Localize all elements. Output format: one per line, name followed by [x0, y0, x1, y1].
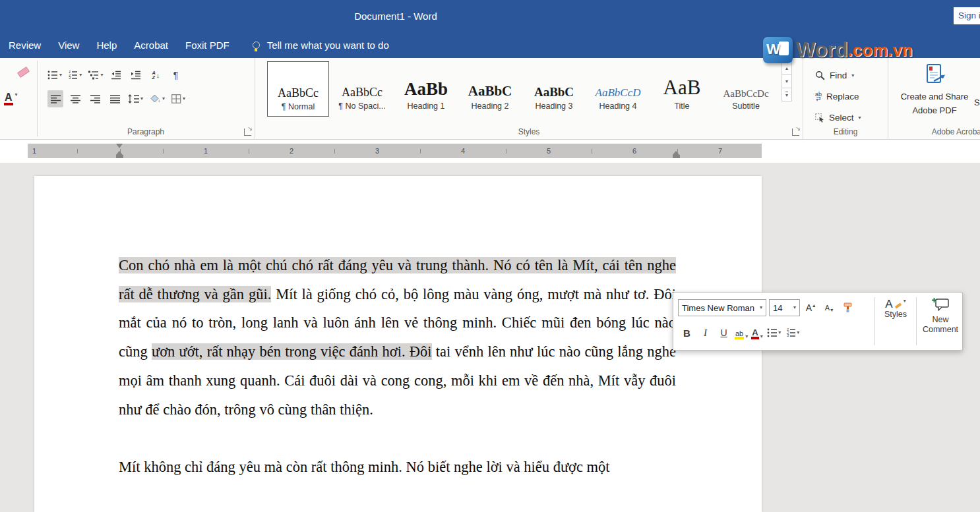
- borders-button[interactable]: ▾: [170, 90, 187, 107]
- chevron-down-icon[interactable]: ▾: [851, 73, 854, 78]
- gallery-more-button[interactable]: ▾: [781, 88, 792, 101]
- tell-me-box[interactable]: Tell me what you want to do: [253, 40, 389, 51]
- ruler-number: 6: [630, 146, 638, 156]
- watermark-domain-text: .com.vn: [848, 40, 913, 61]
- increase-indent-button[interactable]: [128, 67, 144, 84]
- align-left-button[interactable]: [47, 90, 63, 107]
- tab-review[interactable]: Review: [0, 33, 49, 57]
- align-right-button[interactable]: [87, 90, 103, 107]
- chevron-down-icon[interactable]: ▾: [79, 72, 82, 78]
- pilcrow-icon: ¶: [173, 70, 179, 80]
- style-normal[interactable]: AaBbCc ¶ Normal: [267, 61, 329, 117]
- font-size-dropdown[interactable]: 14 ▾: [769, 299, 800, 316]
- styles-button[interactable]: A ▾ Styles: [877, 293, 914, 350]
- tab-help[interactable]: Help: [88, 33, 125, 57]
- show-hide-paragraph-button[interactable]: ¶: [168, 67, 183, 84]
- chevron-down-icon[interactable]: ▾: [859, 115, 861, 121]
- editing-group: Find ▾ ab⇄ Replace Select ▾ Editing: [803, 58, 888, 139]
- select-button[interactable]: Select ▾: [803, 109, 888, 127]
- chevron-down-icon[interactable]: ▾: [745, 334, 748, 339]
- numbering-icon: 123: [69, 71, 78, 80]
- numbering-button[interactable]: 123 ▾: [785, 324, 801, 341]
- multilevel-list-icon: [88, 71, 99, 80]
- font-color-button[interactable]: A ▾: [4, 92, 18, 105]
- font-color-button[interactable]: A ▾: [751, 324, 762, 341]
- sign-in-button[interactable]: Sign in: [954, 7, 980, 24]
- style-heading-1[interactable]: AaBb Heading 1: [395, 61, 457, 117]
- paragraph-1[interactable]: Con chó nhà em là một chú chó rất đáng y…: [119, 251, 676, 424]
- caret-down-icon: ▾: [785, 78, 788, 84]
- style-heading-2[interactable]: AaBbC Heading 2: [459, 61, 521, 117]
- new-comment-button[interactable]: New Comment: [919, 293, 962, 350]
- style-title[interactable]: AaB Title: [651, 61, 713, 117]
- adobe-pdf-icon: [922, 63, 947, 86]
- bold-button[interactable]: B: [679, 324, 694, 341]
- style-subtitle[interactable]: AaBbCcDc Subtitle: [715, 61, 777, 117]
- clear-formatting-icon[interactable]: [17, 67, 30, 78]
- chevron-down-icon[interactable]: ▾: [793, 305, 796, 310]
- justify-button[interactable]: [107, 90, 123, 107]
- selected-text[interactable]: ươn ướt, rất nhạy bén trong việc đánh hơ…: [152, 343, 432, 360]
- right-indent-marker-base[interactable]: [673, 155, 680, 158]
- bullets-button[interactable]: ▾: [766, 324, 782, 341]
- style-heading-3[interactable]: AaBbC Heading 3: [523, 61, 585, 117]
- chevron-down-icon[interactable]: ▾: [59, 72, 62, 78]
- shading-button[interactable]: ▾: [148, 90, 166, 107]
- sort-button[interactable]: AZ ↓: [148, 67, 164, 84]
- format-painter-button[interactable]: [840, 299, 855, 316]
- create-share-adobe-pdf-button[interactable]: Create and Share Adobe PDF: [894, 63, 975, 117]
- adobe-group-label: Adobe Acrobat: [888, 127, 980, 136]
- gallery-scroll-up-button[interactable]: ▴: [781, 61, 792, 75]
- styles-gallery-scroll: ▴ ▾ ▾: [781, 61, 792, 101]
- first-line-indent-marker[interactable]: [116, 144, 123, 148]
- document-page[interactable]: Con chó nhà em là một chú chó rất đáng y…: [34, 176, 762, 512]
- gallery-scroll-down-button[interactable]: ▾: [781, 74, 792, 88]
- ruler-number: 7: [716, 146, 724, 156]
- horizontal-ruler[interactable]: 1 1 2 3 4 5 6 7: [28, 144, 762, 158]
- chevron-down-icon[interactable]: ▾: [778, 330, 781, 335]
- tab-view[interactable]: View: [49, 33, 88, 57]
- underline-button[interactable]: U: [716, 324, 731, 341]
- paragraph-dialog-launcher[interactable]: ↘: [244, 128, 251, 136]
- italic-button[interactable]: I: [698, 324, 713, 341]
- numbering-icon: 123: [787, 328, 796, 337]
- chevron-down-icon[interactable]: ▾: [162, 96, 165, 101]
- find-button[interactable]: Find ▾: [803, 67, 888, 84]
- chevron-down-icon[interactable]: ▾: [183, 96, 185, 101]
- chevron-down-icon[interactable]: ▾: [15, 92, 18, 98]
- left-indent-marker[interactable]: [116, 155, 123, 158]
- document-text[interactable]: Con chó nhà em là một chú chó rất đáng y…: [119, 251, 676, 482]
- style-label: Heading 2: [459, 101, 521, 111]
- tab-acrobat[interactable]: Acrobat: [125, 33, 177, 57]
- replace-button[interactable]: ab⇄ Replace: [803, 88, 888, 105]
- chevron-down-icon[interactable]: ▾: [903, 299, 906, 304]
- text-highlight-button[interactable]: ab ▾: [735, 324, 748, 341]
- align-center-button[interactable]: [67, 90, 83, 107]
- numbering-button[interactable]: 123 ▾: [67, 67, 83, 84]
- multilevel-list-button[interactable]: ▾: [87, 67, 104, 84]
- decrease-indent-button[interactable]: [108, 67, 124, 84]
- styles-dialog-launcher[interactable]: ↘: [792, 128, 799, 136]
- chevron-down-icon[interactable]: ▾: [100, 72, 103, 78]
- style-preview: AaB: [651, 61, 713, 100]
- adobe-partial-button[interactable]: S: [974, 98, 980, 107]
- find-label: Find: [830, 71, 847, 80]
- shrink-font-button[interactable]: A▾: [821, 299, 837, 316]
- tab-foxit-pdf[interactable]: Foxit PDF: [177, 33, 238, 57]
- font-name-dropdown[interactable]: Times New Roman ▾: [678, 299, 766, 316]
- grow-font-button[interactable]: A▴: [803, 299, 818, 316]
- paragraph-2[interactable]: Mít không chỉ đáng yêu mà còn rất thông …: [119, 453, 676, 482]
- bullets-button[interactable]: ▾: [46, 67, 63, 84]
- chevron-down-icon[interactable]: ▾: [797, 330, 799, 335]
- chevron-down-icon[interactable]: ▾: [760, 305, 762, 310]
- chevron-down-icon[interactable]: ▾: [140, 96, 143, 101]
- adobe-button-line2: Adobe PDF: [894, 103, 975, 117]
- shading-icon: [150, 94, 161, 103]
- ruler-band: 1 1 2 3 4 5 6 7: [0, 140, 980, 163]
- style-heading-4[interactable]: AaBbCcD Heading 4: [587, 61, 649, 117]
- style-no-spacing[interactable]: AaBbCc ¶ No Spaci...: [331, 61, 393, 117]
- style-label: Normal: [288, 102, 315, 111]
- format-painter-icon: [843, 302, 852, 313]
- line-spacing-button[interactable]: ▾: [127, 90, 144, 107]
- chevron-down-icon[interactable]: ▾: [760, 334, 763, 339]
